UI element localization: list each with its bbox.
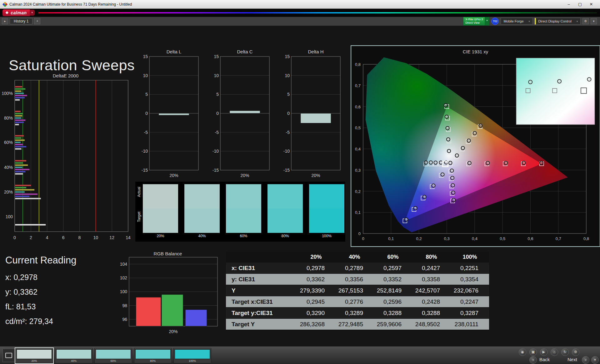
pattern-swatch-80%[interactable]: 80%: [134, 348, 172, 363]
display-control-dropdown[interactable]: Direct Display Control ▾: [535, 18, 581, 25]
pattern-window-button[interactable]: [2, 349, 15, 362]
svg-text:14: 14: [126, 235, 131, 240]
table-cell: 267,5153: [335, 285, 374, 296]
logo-dropdown-caret[interactable]: ▾: [30, 10, 35, 16]
back-icon[interactable]: «: [529, 356, 537, 364]
pattern-color: [96, 349, 131, 359]
svg-text:-15: -15: [212, 168, 219, 173]
next-icon[interactable]: »: [582, 356, 589, 364]
tab-history-1[interactable]: History 1: [10, 18, 32, 24]
expand-panel-button[interactable]: ▸: [2, 18, 8, 24]
minimize-button[interactable]: –: [563, 2, 574, 7]
pattern-label: 60%: [95, 359, 132, 362]
svg-text:80%: 80%: [4, 116, 13, 121]
table-cell: 0,3352: [374, 274, 412, 285]
svg-text:0,2: 0,2: [355, 189, 361, 194]
table-row: Target y:CIE310,32900,32890,32880,32880,…: [226, 307, 489, 319]
svg-text:0,7: 0,7: [355, 83, 361, 88]
table-cell: 0,2945: [297, 296, 335, 307]
titlebar: Calman 2024 Calman Ultimate for Business…: [0, 0, 600, 9]
next-button[interactable]: Next: [568, 357, 577, 362]
close-button[interactable]: ✕: [586, 2, 597, 7]
pattern-swatch-100%[interactable]: 100%: [173, 348, 211, 363]
svg-text:0: 0: [145, 111, 148, 116]
row-label: Target x:CIE31: [226, 296, 297, 307]
svg-text:4: 4: [46, 235, 48, 240]
table-cell: 242,5707: [412, 285, 451, 296]
actual-color: [309, 184, 344, 209]
table-cell: 248,9502: [412, 319, 451, 330]
window-title: Calman 2024 Calman Ultimate for Business…: [9, 2, 132, 7]
svg-text:20%: 20%: [4, 189, 13, 194]
table-row: Y279,3390267,5153252,8149242,5707232,067…: [226, 285, 489, 296]
more-options-caret[interactable]: ▾: [591, 356, 599, 364]
column-header: 60%: [374, 252, 412, 263]
column-header: 100%: [451, 252, 489, 263]
maximize-button[interactable]: ▢: [574, 2, 586, 7]
settings-gear-button-2[interactable]: ⚙: [572, 348, 579, 356]
svg-text:100: 100: [120, 289, 128, 294]
svg-text:100: 100: [6, 214, 13, 219]
table-cell: 0,2251: [451, 263, 489, 274]
svg-text:10: 10: [143, 73, 148, 78]
table-cell: 0,2776: [335, 296, 374, 307]
svg-text:0: 0: [358, 231, 361, 236]
table-cell: 0,3288: [412, 307, 451, 319]
table-cell: 0,2428: [412, 296, 451, 307]
calman-logo-text: calman: [11, 10, 27, 15]
calman-logo-button[interactable]: ❖ calman: [2, 9, 30, 16]
svg-text:15: 15: [285, 54, 290, 59]
pattern-swatch-60%[interactable]: 60%: [94, 348, 132, 363]
target-color: [268, 209, 303, 233]
caret-down-icon: ▾: [577, 20, 578, 23]
svg-text:5: 5: [287, 92, 290, 97]
table-cell: 0,3362: [297, 274, 335, 285]
pattern-window-icon: [5, 353, 12, 358]
back-button[interactable]: Back: [539, 357, 550, 362]
source-dropdown[interactable]: Mobile Forge ▾: [501, 18, 532, 25]
table-cell: 0,2247: [451, 296, 489, 307]
target-color: [309, 209, 344, 233]
meter-button[interactable]: X-Rite i1Pro 3 Direct View ▾: [463, 17, 489, 26]
play-button[interactable]: ▶: [540, 348, 548, 356]
meter-caret-icon: ▾: [485, 17, 489, 25]
svg-text:0,4: 0,4: [472, 236, 478, 241]
pattern-color: [17, 349, 52, 359]
pattern-swatch-20%[interactable]: 20%: [15, 348, 53, 363]
svg-text:100%: 100%: [2, 91, 13, 96]
actual-row-label: Actual: [137, 187, 141, 197]
settings-gear-button[interactable]: ⚙: [582, 18, 589, 24]
svg-text:12: 12: [109, 235, 114, 240]
swatch-column-label: 20%: [143, 234, 178, 238]
svg-text:8: 8: [78, 235, 81, 240]
reading-line: y: 0,3362: [5, 288, 53, 302]
swatch-80%: [268, 184, 303, 233]
eye-button[interactable]: ◉: [519, 348, 526, 356]
table-row: Target x:CIE310,29450,27760,25960,24280,…: [226, 296, 489, 307]
toolbar: ▸ History 1 + X-Rite i1Pro 3 Direct View…: [0, 17, 600, 26]
svg-text:0,1: 0,1: [388, 236, 394, 241]
row-label: x: CIE31: [226, 263, 297, 274]
table-cell: 286,3268: [297, 319, 335, 330]
svg-text:20%: 20%: [311, 173, 320, 178]
refresh-button[interactable]: ↻: [561, 348, 569, 356]
swatch-column-label: 100%: [309, 234, 344, 238]
row-label: Target y:CIE31: [226, 307, 297, 319]
home-button[interactable]: ⌂: [551, 348, 558, 356]
swatch-column-label: 40%: [184, 234, 220, 238]
svg-text:0,2: 0,2: [416, 236, 422, 241]
add-tab-button[interactable]: +: [34, 18, 40, 24]
reading-line: x: 0,2978: [5, 273, 53, 288]
svg-text:-15: -15: [142, 168, 148, 173]
collapse-toolbar-button[interactable]: ▾: [591, 18, 597, 24]
svg-text:60%: 60%: [4, 140, 13, 145]
svg-text:0,7: 0,7: [556, 236, 561, 241]
svg-text:40%: 40%: [4, 165, 13, 170]
svg-text:0,5: 0,5: [355, 125, 361, 130]
cie-1931-panel: 000,10,10,20,20,30,30,40,40,50,50,60,60,…: [351, 45, 600, 247]
actual-target-swatch-panel: Actual Target 20%40%60%80%100%: [135, 182, 345, 242]
pattern-swatch-40%[interactable]: 40%: [55, 348, 93, 363]
svg-text:10: 10: [93, 235, 98, 240]
svg-text:0,8: 0,8: [583, 236, 589, 241]
pattern-toggle-button[interactable]: ▣: [529, 348, 537, 356]
